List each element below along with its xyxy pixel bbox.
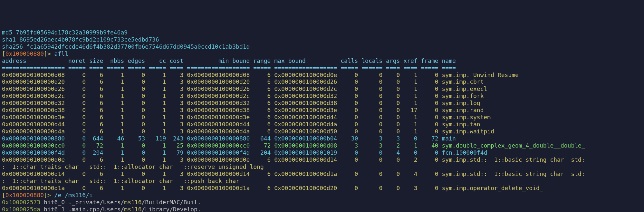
table-row: 0x0000000100000d4a 0 6 1 0 1 3 0x0000000…	[2, 128, 494, 135]
command-input[interactable]: /e /ms116/i	[54, 192, 93, 198]
hash-line: md5 7b95fd05694d178c32a30999b9fe46a9	[2, 29, 128, 36]
table-row: 0x0000000100000880 0 644 46 53 119 243 0…	[2, 135, 456, 142]
table-row-wrap: :__1::char_traits_char___std::__1::alloc…	[2, 163, 267, 170]
table-row: 0x0000000100000d14 0 6 1 0 1 3 0x0000000…	[2, 170, 585, 177]
hash-line: sha1 8695ed26aec4b078fc9bd2b109c733ce5ed…	[2, 36, 159, 43]
table-row: 0x0000000100000d44 0 6 1 0 1 3 0x0000000…	[2, 121, 480, 128]
terminal-output: md5 7b95fd05694d178c32a30999b9fe46a9 sha…	[2, 29, 642, 212]
table-row: 0x0000000100000d38 0 6 1 0 1 3 0x0000000…	[2, 107, 484, 113]
table-row: 0x0000000100000f4d 0 204 1 0 1 79 0x0000…	[2, 149, 487, 156]
hash-line: sha256 fc1a65942dfccde46d6f4b382d37700fb…	[2, 43, 250, 50]
search-hit: 0x1000025da hit6_1 .main.cpp/Users/ms116…	[2, 206, 201, 212]
table-header: address noret size nbbs edges cc cost mi…	[2, 57, 456, 64]
search-hit: 0x100002573 hit6_0 ._private/Users/ms116…	[2, 199, 201, 206]
table-row: 0x0000000100000d0e 0 6 1 0 1 3 0x0000000…	[2, 156, 585, 163]
table-row: 0x0000000100000cc0 0 72 1 0 1 25 0x00000…	[2, 142, 585, 149]
table-row: 0x0000000100000d3e 0 6 1 0 1 3 0x0000000…	[2, 114, 491, 120]
table-row: 0x0000000100000d32 0 6 1 0 1 3 0x0000000…	[2, 100, 480, 106]
table-row: 0x0000000100000d26 0 6 1 0 1 3 0x0000000…	[2, 85, 487, 92]
table-row: 0x0000000100000d08 0 6 1 0 1 3 0x0000000…	[2, 72, 519, 78]
table-separator: ================== ===== ==== ===== ====…	[2, 64, 456, 71]
table-row: 0x0000000100000d20 0 6 1 0 1 3 0x0000000…	[2, 78, 484, 85]
prompt[interactable]: [0x100000880]> /e /ms116/i	[2, 192, 93, 198]
command-input[interactable]: afll	[54, 50, 68, 57]
table-row-wrap: :__1::char_traits_char___std::__1::alloc…	[2, 178, 243, 184]
table-row: 0x0000000100000d1a 0 6 1 0 1 3 0x0000000…	[2, 185, 543, 191]
table-row: 0x0000000100000d2c 0 6 1 0 1 3 0x0000000…	[2, 92, 484, 99]
prompt[interactable]: [0x100000880]> afll	[2, 50, 68, 57]
